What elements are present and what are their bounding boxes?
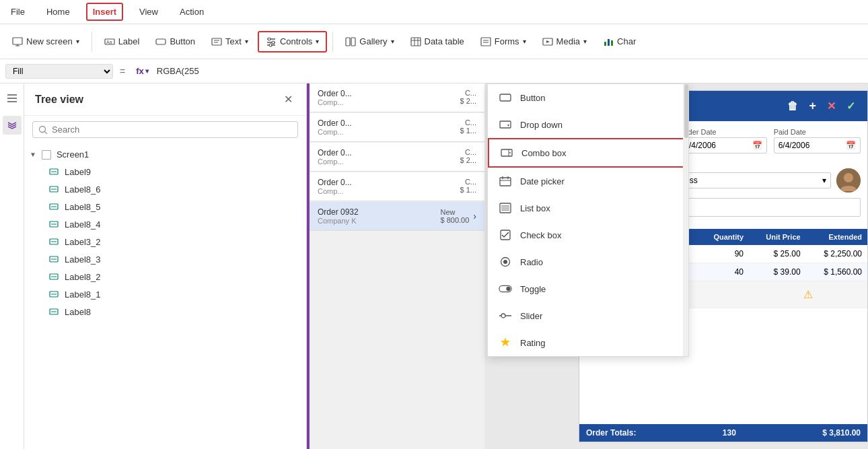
- hamburger-menu-icon[interactable]: [3, 89, 22, 108]
- svg-point-67: [501, 314, 505, 318]
- paid-date-field: Paid Date 6/4/2006 📅: [774, 128, 861, 153]
- tree-item-label: Label8_3: [65, 254, 101, 265]
- dropdown-item-toggle[interactable]: Toggle: [488, 275, 688, 302]
- combo-box-icon: [500, 146, 513, 160]
- radio-icon: [499, 255, 512, 269]
- toggle-icon: [499, 282, 512, 296]
- cell-extended: $ 2,250.00: [806, 245, 867, 263]
- slider-icon: [499, 309, 512, 322]
- delete-button[interactable]: 🗑: [785, 99, 801, 114]
- dropdown-item-date-picker[interactable]: Date picker: [488, 168, 688, 195]
- menu-home[interactable]: Home: [41, 4, 75, 20]
- layers-icon[interactable]: [3, 116, 22, 135]
- tree-item-label8-2[interactable]: Label8_2: [24, 268, 306, 285]
- label-icon: [48, 201, 59, 212]
- footer-extended: $ 3,810.00: [822, 428, 861, 438]
- tree-panel: Tree view ✕ ▼ Screen1 Label9: [24, 83, 307, 449]
- separator-1: [92, 32, 92, 52]
- tree-item-label8-1[interactable]: Label8_1: [24, 285, 306, 303]
- formula-value: RGBA(255: [157, 66, 863, 76]
- chart-button[interactable]: Char: [596, 32, 643, 51]
- button-icon: [155, 36, 166, 47]
- label-icon: [48, 289, 59, 300]
- controls-caret: ▾: [316, 38, 319, 45]
- label-icon: Aa: [104, 36, 115, 47]
- tree-item-label8-3[interactable]: Label8_3: [24, 250, 306, 268]
- svg-rect-0: [13, 38, 22, 44]
- close-orders-button[interactable]: ✕: [824, 98, 838, 114]
- media-caret: ▾: [583, 38, 587, 45]
- tree-item-label8-4[interactable]: Label8_4: [24, 215, 306, 233]
- search-icon: [38, 125, 48, 135]
- data-table-button[interactable]: Data table: [404, 32, 471, 51]
- menu-insert[interactable]: Insert: [86, 3, 123, 21]
- dropdown-item-list-box[interactable]: List box: [488, 195, 688, 221]
- confirm-button[interactable]: ✓: [844, 98, 858, 114]
- col-header-quantity: Quantity: [698, 229, 749, 245]
- menu-action[interactable]: Action: [174, 4, 209, 20]
- list-item-selected[interactable]: Order 0932 Company K New $ 800.00 ›: [310, 202, 484, 231]
- paid-date-icon: 📅: [846, 141, 856, 150]
- dropdown-scrollbar[interactable]: [683, 84, 688, 356]
- order-date-control[interactable]: 6/4/2006 📅: [680, 137, 766, 153]
- tree-item-label3-2[interactable]: Label3_2: [24, 233, 306, 250]
- tree-item-label9[interactable]: Label9: [24, 163, 306, 180]
- controls-button[interactable]: Controls ▾: [258, 31, 327, 53]
- media-button[interactable]: Media ▾: [536, 32, 593, 51]
- menu-view[interactable]: View: [134, 4, 164, 20]
- employee-name-arrow: ▾: [822, 176, 826, 185]
- label-icon: [48, 254, 59, 265]
- list-item[interactable]: Order 0... Comp... C... $ 1...: [310, 172, 484, 201]
- list-item[interactable]: Order 0... Comp... C... $ 2...: [310, 83, 484, 112]
- employee-name-control[interactable]: Ross ▾: [674, 172, 831, 188]
- fx-button[interactable]: fx ▾: [132, 66, 153, 76]
- tree-item-label8[interactable]: Label8: [24, 303, 306, 320]
- dropdown-item-combo-box[interactable]: Combo box: [488, 138, 688, 168]
- tree-item-screen1[interactable]: ▼ Screen1: [24, 146, 306, 163]
- data-table-icon: [410, 36, 421, 47]
- svg-rect-49: [500, 94, 511, 101]
- dropdown-item-button[interactable]: Button: [488, 84, 688, 111]
- tree-search-input[interactable]: [52, 125, 292, 135]
- warning-icon-2: ⚠: [803, 289, 813, 300]
- list-item[interactable]: Order 0... Comp... C... $ 2...: [310, 143, 484, 172]
- tree-item-label: Label8_5: [65, 202, 101, 212]
- list-item-price: $ 2...: [460, 97, 476, 105]
- tree-item-label: Label8_6: [65, 184, 101, 195]
- svg-rect-23: [604, 42, 606, 46]
- text-icon: [211, 36, 222, 47]
- cell-extended: $ 1,560.00: [806, 263, 867, 281]
- tree-header: Tree view ✕: [24, 83, 306, 116]
- tree-item-label8-5[interactable]: Label8_5: [24, 198, 306, 215]
- paid-date-control[interactable]: 6/4/2006 📅: [774, 137, 861, 153]
- forms-button[interactable]: Forms ▾: [474, 32, 533, 51]
- text-button[interactable]: Text ▾: [205, 32, 255, 51]
- list-item[interactable]: Order 0... Comp... C... $ 1...: [310, 113, 484, 142]
- dropdown-item-rating[interactable]: Rating: [488, 329, 688, 356]
- cell-price: $ 25.00: [749, 245, 806, 263]
- label-icon: [48, 236, 59, 247]
- icons-bar: [0, 83, 24, 449]
- button-ribbon-button[interactable]: Button: [149, 32, 202, 51]
- label-button[interactable]: Aa Label: [98, 32, 147, 51]
- new-screen-button[interactable]: New screen ▾: [5, 32, 86, 51]
- media-icon: [542, 36, 553, 47]
- menu-file[interactable]: File: [5, 4, 30, 20]
- screen-checkbox: [42, 150, 51, 160]
- add-button[interactable]: +: [806, 98, 819, 114]
- gallery-button[interactable]: Gallery ▾: [338, 32, 400, 51]
- dropdown-item-slider[interactable]: Slider: [488, 302, 688, 329]
- property-selector[interactable]: Fill: [5, 64, 113, 79]
- list-item-arrow: ›: [473, 211, 476, 221]
- tree-close-button[interactable]: ✕: [281, 92, 295, 107]
- col-header-extended: Extended: [806, 229, 867, 245]
- dropdown-item-radio[interactable]: Radio: [488, 248, 688, 275]
- tree-item-label8-6[interactable]: Label8_6: [24, 180, 306, 198]
- dropdown-item-check-box[interactable]: Check box: [488, 221, 688, 248]
- dropdown-item-dropdown[interactable]: Drop down: [488, 111, 688, 138]
- svg-point-69: [844, 173, 853, 182]
- order-date-label: Order Date: [680, 128, 766, 136]
- svg-point-29: [40, 126, 46, 132]
- list-item-price: $ 800.00: [441, 216, 470, 224]
- list-item-title: Order 0932: [318, 207, 359, 217]
